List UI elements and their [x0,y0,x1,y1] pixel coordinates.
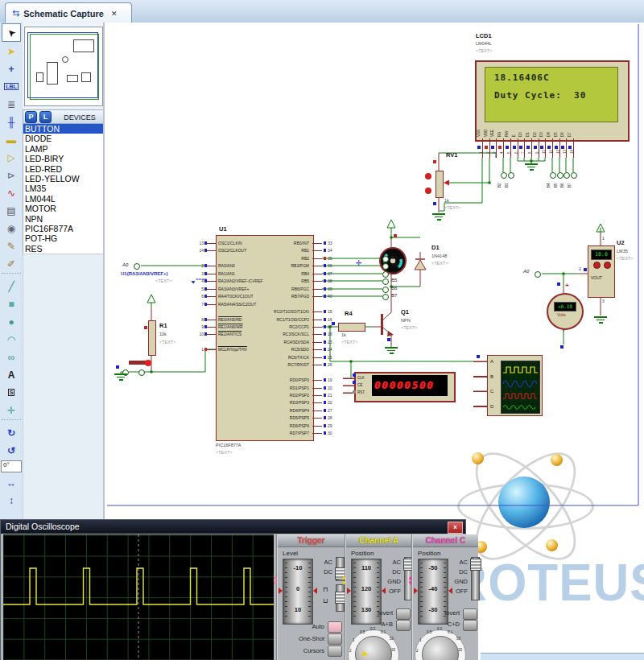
u1-pin-number: 5 [193,287,204,291]
pin-state-indicator [324,424,327,427]
net-label-ra3[interactable]: U1(RA3/AN3/VREF+) [121,271,168,276]
u1-pin-label: RC4/SDI/SDA [241,340,309,344]
background-window-edge [481,653,644,660]
u1-pin-number: 19 [328,377,332,382]
u1-pin-stub [312,250,322,251]
trigger-auto-button[interactable] [328,621,342,633]
trigger-cursors-button[interactable] [328,646,342,657]
push-button-body[interactable] [129,361,147,365]
origin-crosshair-icon: ✛ [356,259,362,267]
knob-scale-value: 2 [349,649,352,653]
channel-c-invert-button[interactable] [463,608,477,620]
trigger-position-arrows[interactable]: ▲▼ [271,575,279,591]
channel-c-coupling-switch[interactable] [471,557,480,600]
u1-pin-number: 24 [328,347,332,352]
u1-pin-label: RA0/AN0 [218,263,235,268]
terminal-b6[interactable] [382,287,389,293]
channel-c-button-label: C+D [413,621,460,628]
u1-pin-stub [312,243,322,244]
channel-c-coupling-gnd[interactable]: GND [448,578,468,585]
u1-pin-stub [312,395,322,396]
pin-state-indicator [324,295,327,298]
u2-temp-up-button[interactable] [593,262,601,269]
u1-pin-stub [312,266,322,266]
a0-label-right: A0 [523,269,529,274]
pin-state-indicator [477,146,481,149]
channel-a-coupling-off[interactable]: OFF [382,588,401,595]
lcd-pin-label: D0 [518,126,522,137]
oscilloscope-component[interactable] [487,355,543,416]
lcd-pin-label: RW [505,126,509,137]
u1-pin-stub [206,250,216,251]
u2-part: LM35 [617,249,628,254]
pin-state-indicator [526,146,530,149]
pin-state-indicator [204,241,208,245]
channel-a-coupling-gnd[interactable]: GND [382,578,401,585]
u1-pin-label: RC7/RX/DT [241,362,309,367]
pin-state-indicator [204,295,208,298]
channel-a-a+b-button[interactable] [396,620,411,631]
u2-temp-down-button[interactable] [604,262,611,269]
rv1-potentiometer[interactable] [436,171,444,198]
trigger-oneshot-button[interactable] [328,633,342,645]
terminal-b2[interactable] [382,256,389,262]
lcd-pin-label: D2 [533,126,537,137]
trigger-coupling-dc[interactable]: DC [313,568,332,575]
u1-pin-number: 37 [328,271,332,276]
u1-pin-number: 2 [193,263,204,268]
a0-terminal-right[interactable] [535,271,541,278]
trigger-level-slider[interactable]: -10010 [283,559,313,625]
d1-text-tag: <TEXT> [431,261,448,266]
lcd-pin-label: VDD [484,126,488,137]
counter-display[interactable]: 00000500 [354,372,456,402]
trigger-slider-label: Level [283,550,298,557]
switch-thumb[interactable] [470,559,481,571]
pin-state-indicator [485,146,488,149]
trigger-coupling-ac[interactable]: AC [313,559,332,566]
push-button-actuator[interactable] [145,360,151,366]
channel-a-coupling-dc[interactable]: DC [382,568,401,575]
channel-a-invert-button[interactable] [396,608,411,620]
oscilloscope-window[interactable]: Digital Oscilloscope x TriggerLevel-1001… [0,519,466,660]
u2-temperature-display: 18.0 [591,250,612,260]
a0-terminal-left[interactable] [134,263,140,270]
channel-c-coupling-off[interactable]: OFF [448,588,468,595]
u2-lm35[interactable]: 18.0 VOUT [588,245,615,298]
u1-pin-number: 1 [193,347,204,352]
terminal-b3[interactable] [508,172,514,179]
u1-pin-label: RE0/AN5/RD [218,317,242,322]
oscilloscope-titlebar[interactable]: Digital Oscilloscope [1,520,465,534]
channel-c-coupling-dc[interactable]: DC [448,568,468,575]
ground-symbol [432,213,445,215]
channel-a: Channel APosition110120130ACDCGNDOFFInve… [345,534,411,660]
lcd1-ref: LCD1 [476,32,492,39]
channel-c-c+d-button[interactable] [463,620,477,631]
oscilloscope-component-screen [501,361,540,414]
terminal-b7[interactable] [382,294,389,300]
terminal-b3[interactable] [382,263,389,270]
channel-c-coupling-ac[interactable]: AC [448,559,468,566]
r1-resistor[interactable] [148,320,156,356]
rv1-increase-button[interactable] [425,173,431,179]
q1-text-tag: <TEXT> [401,325,417,330]
terminal-b4[interactable] [382,271,389,278]
u1-pin-label: RD7/PSP7 [241,431,309,435]
channel-c-position-arrows[interactable]: ▲▼ [407,575,415,591]
lcd1-line2: Duty Cycle: 30 [494,90,586,101]
u1-pin-number: 30 [328,431,332,435]
q1-base-bar[interactable] [381,314,383,335]
terminal-b5[interactable] [382,278,389,285]
u1-pin-stub [312,357,322,358]
rv1-decrease-button[interactable] [425,188,431,194]
u1-pin-stub [206,349,216,350]
terminal-b7[interactable] [571,172,577,179]
ground-symbol [387,350,395,352]
channel-a-coupling-ac[interactable]: AC [382,559,401,566]
r4-resistor[interactable] [338,323,365,332]
u1-pin-number: 38 [328,278,332,283]
oscilloscope-close-button[interactable]: x [448,522,463,534]
logic-state-indicator [394,234,397,237]
u1-pin-label: RE1/AN6/WR [218,324,243,329]
voltmeter[interactable]: +0.18 Volts [547,293,584,330]
channel-a-position-arrows[interactable]: ▲▼ [340,575,348,591]
